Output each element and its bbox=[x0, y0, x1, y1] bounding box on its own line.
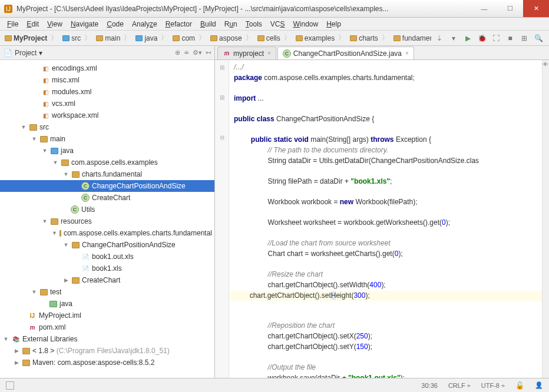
stop-button[interactable]: ■ bbox=[505, 34, 515, 43]
tree-item-file[interactable]: 📄book1.out.xls bbox=[0, 251, 214, 263]
cursor-position[interactable]: 30:36 bbox=[421, 382, 438, 389]
tree-item-resources[interactable]: ▼resources bbox=[0, 215, 214, 227]
inspections-icon[interactable]: 👁 bbox=[543, 61, 548, 68]
tree-item-jdk[interactable]: ▶< 1.8 > (C:\Program Files\Java\jdk1.8.0… bbox=[0, 345, 214, 357]
expand-arrow-icon[interactable]: ▼ bbox=[2, 336, 9, 342]
error-stripe[interactable]: 👁 bbox=[542, 60, 549, 378]
menu-code[interactable]: Code bbox=[103, 19, 127, 29]
menu-view[interactable]: View bbox=[44, 19, 66, 29]
menu-run[interactable]: Run bbox=[221, 19, 241, 29]
project-tree[interactable]: ◧encodings.xml ◧misc.xml ◧modules.xml ◧v… bbox=[0, 60, 214, 378]
crumb-fundamental[interactable]: fundamental〉 bbox=[391, 33, 431, 43]
tab-changechart[interactable]: CChangeChartPositionAndSize.java× bbox=[277, 46, 414, 59]
tab-myproject[interactable]: mmyproject× bbox=[217, 46, 276, 59]
expand-arrow-icon[interactable]: ▼ bbox=[52, 160, 59, 165]
menu-tools[interactable]: Tools bbox=[242, 19, 266, 29]
menu-bar: File Edit View Navigate Code Analyze Ref… bbox=[0, 18, 549, 31]
structure-button[interactable]: ⊞ bbox=[520, 34, 529, 43]
menu-build[interactable]: Build bbox=[197, 19, 220, 29]
tree-item-pom[interactable]: mpom.xml bbox=[0, 321, 214, 333]
close-button[interactable]: ✕ bbox=[523, 0, 549, 17]
crumb-charts[interactable]: charts〉 bbox=[348, 33, 391, 43]
expand-arrow-icon[interactable]: ▼ bbox=[31, 136, 38, 142]
expand-arrow-icon[interactable]: ▼ bbox=[31, 289, 38, 295]
tree-item-java-test[interactable]: java bbox=[0, 298, 214, 310]
tree-item-java[interactable]: ▼java bbox=[0, 145, 214, 157]
run-button[interactable]: ▶ bbox=[463, 34, 472, 43]
readonly-lock-icon[interactable]: 🔓 bbox=[515, 381, 524, 390]
crumb-cells[interactable]: cells〉 bbox=[255, 33, 293, 43]
expand-arrow-icon[interactable]: ▼ bbox=[41, 218, 48, 224]
tree-item[interactable]: ◧misc.xml bbox=[0, 74, 214, 86]
expand-arrow-icon[interactable]: ▶ bbox=[13, 360, 20, 366]
run-config-dropdown[interactable]: ▾ bbox=[449, 34, 458, 43]
crumb-java[interactable]: java〉 bbox=[133, 33, 170, 43]
tree-item-class[interactable]: CCreateChart bbox=[0, 192, 214, 204]
coverage-button[interactable]: ⛶ bbox=[491, 34, 501, 43]
crumb-src[interactable]: src〉 bbox=[60, 33, 94, 43]
tree-item[interactable]: ◧encodings.xml bbox=[0, 62, 214, 74]
tree-label: modules.xml bbox=[52, 88, 91, 96]
expand-arrow-icon[interactable]: ▶ bbox=[62, 277, 70, 283]
folder-icon bbox=[173, 35, 180, 41]
status-box-icon[interactable] bbox=[6, 381, 14, 390]
menu-help[interactable]: Help bbox=[323, 19, 345, 29]
minimize-button[interactable]: — bbox=[471, 0, 497, 17]
tree-item-file[interactable]: 📄book1.xls bbox=[0, 263, 214, 274]
tree-item[interactable]: ◧workspace.xml bbox=[0, 109, 214, 121]
tree-item[interactable]: ◧vcs.xml bbox=[0, 98, 214, 109]
tree-item-maven-lib[interactable]: ▶Maven: com.aspose:aspose-cells:8.5.2 bbox=[0, 357, 214, 368]
expand-arrow-icon[interactable]: ▼ bbox=[62, 171, 70, 177]
settings-gear-icon[interactable]: ⚙▾ bbox=[193, 49, 202, 57]
expand-arrow-icon[interactable]: ▶ bbox=[13, 348, 20, 354]
tree-item-src[interactable]: ▼src bbox=[0, 121, 214, 133]
crumb-root[interactable]: MyProject〉 bbox=[2, 33, 60, 43]
tree-item-ext-libs[interactable]: ▼📚External Libraries bbox=[0, 333, 214, 345]
maximize-button[interactable]: ☐ bbox=[497, 0, 523, 17]
tree-item-pkg[interactable]: ▼com.aspose.cells.examples bbox=[0, 157, 214, 168]
menu-analyze[interactable]: Analyze bbox=[128, 19, 161, 29]
line-separator[interactable]: CRLF ÷ bbox=[448, 382, 471, 389]
tree-item-folder[interactable]: ▼ChangeChartPositionAndSize bbox=[0, 239, 214, 251]
crumb-aspose[interactable]: aspose〉 bbox=[208, 33, 255, 43]
xml-icon: ◧ bbox=[41, 99, 49, 108]
expand-arrow-icon[interactable]: ▼ bbox=[41, 148, 48, 154]
folder-icon bbox=[72, 277, 80, 284]
expand-arrow-icon[interactable]: ▼ bbox=[62, 242, 70, 248]
search-icon[interactable]: 🔍 bbox=[534, 34, 543, 43]
panel-title[interactable]: 📄 Project ▾ bbox=[4, 49, 171, 57]
make-button[interactable]: ⇣ bbox=[435, 34, 444, 43]
scroll-from-source-icon[interactable]: ⊕ bbox=[175, 49, 180, 57]
hide-panel-icon[interactable]: ↤ bbox=[206, 49, 211, 57]
close-icon[interactable]: × bbox=[405, 50, 409, 57]
tree-item-folder[interactable]: ▶CreateChart bbox=[0, 274, 214, 286]
expand-arrow-icon[interactable]: ▼ bbox=[52, 230, 57, 236]
code-content[interactable]: /.../ package com.aspose.cells.examples.… bbox=[229, 60, 542, 378]
tree-item-pkg-charts[interactable]: ▼charts.fundamental bbox=[0, 168, 214, 180]
collapse-all-icon[interactable]: ≑ bbox=[184, 49, 189, 57]
tab-label: myproject bbox=[233, 49, 264, 58]
close-icon[interactable]: × bbox=[267, 50, 271, 57]
hector-icon[interactable]: 👤 bbox=[535, 381, 543, 389]
menu-edit[interactable]: Edit bbox=[23, 19, 42, 29]
tree-item[interactable]: ◧modules.xml bbox=[0, 86, 214, 98]
tree-item-class[interactable]: CUtils bbox=[0, 204, 214, 215]
tree-item-test[interactable]: ▼test bbox=[0, 286, 214, 298]
tree-item-class-selected[interactable]: CChangeChartPositionAndSize bbox=[0, 180, 214, 192]
tree-item-pkg[interactable]: ▼com.aspose.cells.examples.charts.fundam… bbox=[0, 227, 214, 239]
window-controls: — ☐ ✕ bbox=[471, 0, 549, 17]
expand-arrow-icon[interactable]: ▼ bbox=[20, 124, 27, 130]
code-editor[interactable]: ⊞⊞⊖ /.../ package com.aspose.cells.examp… bbox=[215, 60, 549, 378]
debug-button[interactable]: 🐞 bbox=[477, 34, 487, 43]
crumb-main[interactable]: main〉 bbox=[94, 33, 133, 43]
menu-window[interactable]: Window bbox=[289, 19, 322, 29]
tree-item-iml[interactable]: IJMyProject.iml bbox=[0, 310, 214, 321]
tree-item-main[interactable]: ▼main bbox=[0, 133, 214, 145]
menu-file[interactable]: File bbox=[4, 19, 22, 29]
crumb-examples[interactable]: examples〉 bbox=[293, 33, 348, 43]
menu-refactor[interactable]: Refactor bbox=[162, 19, 196, 29]
menu-vcs[interactable]: VCS bbox=[267, 19, 289, 29]
crumb-com[interactable]: com〉 bbox=[170, 33, 208, 43]
file-encoding[interactable]: UTF-8 ÷ bbox=[481, 382, 505, 389]
menu-navigate[interactable]: Navigate bbox=[67, 19, 102, 29]
